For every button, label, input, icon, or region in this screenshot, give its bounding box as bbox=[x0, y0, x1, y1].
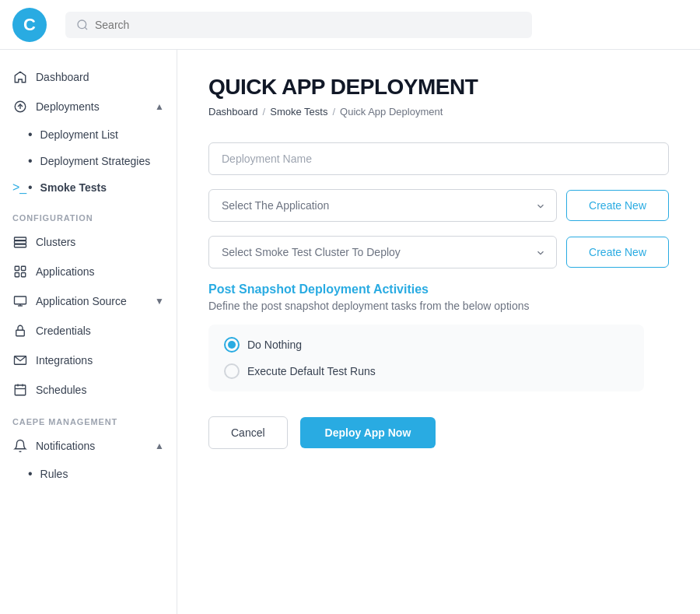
breadcrumb-sep-1: / bbox=[263, 106, 266, 118]
sidebar-item-clusters[interactable]: Clusters bbox=[0, 227, 177, 257]
applications-label: Applications bbox=[36, 265, 95, 278]
calendar-icon bbox=[12, 382, 28, 398]
radio-group: Do Nothing Execute Default Test Runs bbox=[208, 325, 644, 391]
cluster-select-row: Select Smoke Test Cluster To Deploy Crea… bbox=[208, 236, 669, 268]
post-snapshot-title: Post Snapshot Deployment Activities bbox=[208, 282, 669, 296]
application-select[interactable]: Select The Application bbox=[208, 189, 557, 222]
radio-do-nothing-label: Do Nothing bbox=[247, 339, 302, 351]
rules-label: Rules bbox=[40, 468, 68, 480]
chevron-up-icon-notifications: ▲ bbox=[155, 440, 164, 451]
action-row: Cancel Deploy App Now bbox=[208, 416, 669, 449]
breadcrumb-dashboard[interactable]: Dashboard bbox=[208, 106, 258, 118]
sidebar-item-deployment-list[interactable]: Deployment List bbox=[0, 121, 177, 148]
svg-rect-9 bbox=[22, 273, 26, 277]
radio-execute-default[interactable]: Execute Default Test Runs bbox=[224, 363, 628, 379]
main-content: QUICK APP DEPLOYMENT Dashboard / Smoke T… bbox=[177, 50, 700, 614]
app-icon bbox=[12, 264, 28, 279]
integrations-label: Integrations bbox=[36, 354, 93, 367]
sidebar-item-schedules[interactable]: Schedules bbox=[0, 375, 177, 405]
mail-icon bbox=[12, 353, 28, 368]
svg-rect-7 bbox=[22, 266, 26, 270]
application-source-label: Application Source bbox=[36, 295, 127, 307]
bell-icon bbox=[12, 438, 28, 454]
svg-rect-8 bbox=[15, 273, 19, 277]
sidebar-item-deployment-strategies[interactable]: Deployment Strategies bbox=[0, 148, 177, 174]
search-input[interactable] bbox=[95, 19, 521, 31]
sidebar-item-dashboard[interactable]: Dashboard bbox=[0, 62, 177, 92]
radio-do-nothing-circle bbox=[224, 337, 240, 353]
smoke-tests-label: Smoke Tests bbox=[40, 181, 107, 194]
post-snapshot-desc: Define the post snapshot deployment task… bbox=[208, 300, 669, 312]
logo-letter: C bbox=[23, 15, 36, 35]
deployments-label: Deployments bbox=[36, 100, 100, 113]
cluster-select-wrapper: Select Smoke Test Cluster To Deploy bbox=[208, 236, 557, 268]
create-new-application-button[interactable]: Create New bbox=[566, 190, 669, 221]
post-snapshot-section: Post Snapshot Deployment Activities Defi… bbox=[208, 282, 669, 391]
deploy-button[interactable]: Deploy App Now bbox=[300, 417, 436, 448]
home-icon bbox=[12, 69, 28, 85]
deployment-list-label: Deployment List bbox=[40, 128, 118, 141]
sidebar-item-notifications[interactable]: Notifications ▲ bbox=[0, 431, 177, 461]
schedules-label: Schedules bbox=[36, 384, 86, 396]
svg-rect-4 bbox=[15, 241, 26, 244]
svg-line-1 bbox=[85, 27, 87, 30]
logo: C bbox=[12, 8, 47, 42]
svg-rect-15 bbox=[15, 385, 26, 395]
svg-rect-13 bbox=[16, 330, 25, 336]
sidebar-item-applications[interactable]: Applications bbox=[0, 257, 177, 286]
breadcrumb: Dashboard / Smoke Tests / Quick App Depl… bbox=[208, 106, 669, 118]
credentials-label: Credentials bbox=[36, 325, 91, 337]
svg-point-0 bbox=[78, 20, 86, 29]
page-title: QUICK APP DEPLOYMENT bbox=[208, 75, 669, 100]
svg-rect-3 bbox=[15, 237, 26, 240]
breadcrumb-sep-2: / bbox=[332, 106, 335, 118]
application-select-row: Select The Application Create New bbox=[208, 189, 669, 222]
sidebar: Dashboard Deployments ▲ Deployment List … bbox=[0, 50, 177, 614]
application-select-wrapper: Select The Application bbox=[208, 189, 557, 222]
chevron-up-icon: ▲ bbox=[155, 101, 164, 112]
sidebar-item-application-source[interactable]: Application Source ▼ bbox=[0, 286, 177, 316]
sidebar-item-deployments[interactable]: Deployments ▲ bbox=[0, 92, 177, 121]
monitor-icon bbox=[12, 293, 28, 309]
deployment-name-input[interactable] bbox=[208, 142, 669, 175]
config-section-label: CONFIGURATION bbox=[0, 201, 177, 227]
deployment-form: Select The Application Create New Select… bbox=[208, 142, 669, 449]
search-bar bbox=[65, 12, 532, 38]
upload-icon bbox=[12, 99, 28, 114]
chevron-down-icon: ▼ bbox=[155, 296, 164, 307]
breadcrumb-smoke-tests[interactable]: Smoke Tests bbox=[270, 106, 327, 118]
dashboard-label: Dashboard bbox=[36, 71, 89, 83]
deployment-name-group bbox=[208, 142, 669, 175]
deployment-strategies-label: Deployment Strategies bbox=[40, 155, 151, 167]
clusters-label: Clusters bbox=[36, 236, 75, 248]
cancel-button[interactable]: Cancel bbox=[208, 416, 288, 449]
notifications-label: Notifications bbox=[36, 440, 95, 452]
radio-execute-default-circle bbox=[224, 363, 240, 379]
radio-execute-default-label: Execute Default Test Runs bbox=[247, 365, 376, 377]
cluster-select[interactable]: Select Smoke Test Cluster To Deploy bbox=[208, 236, 557, 268]
smoke-tests-active-indicator: >_ bbox=[12, 181, 26, 195]
svg-rect-10 bbox=[15, 296, 26, 304]
svg-rect-5 bbox=[15, 244, 26, 247]
layout: Dashboard Deployments ▲ Deployment List … bbox=[0, 50, 700, 614]
server-icon bbox=[12, 234, 28, 250]
sidebar-item-integrations[interactable]: Integrations bbox=[0, 346, 177, 375]
caepe-section-label: CAEPE MANAGEMENT bbox=[0, 405, 177, 431]
lock-icon bbox=[12, 323, 28, 339]
sidebar-item-smoke-tests[interactable]: Smoke Tests >_ bbox=[0, 174, 177, 201]
search-icon bbox=[76, 18, 89, 32]
sidebar-item-rules[interactable]: Rules bbox=[0, 461, 177, 487]
sidebar-item-credentials[interactable]: Credentials bbox=[0, 316, 177, 346]
topbar: C bbox=[0, 0, 700, 50]
radio-do-nothing[interactable]: Do Nothing bbox=[224, 337, 628, 353]
create-new-cluster-button[interactable]: Create New bbox=[566, 237, 669, 268]
svg-rect-6 bbox=[15, 266, 19, 270]
breadcrumb-current: Quick App Deployment bbox=[340, 106, 443, 118]
